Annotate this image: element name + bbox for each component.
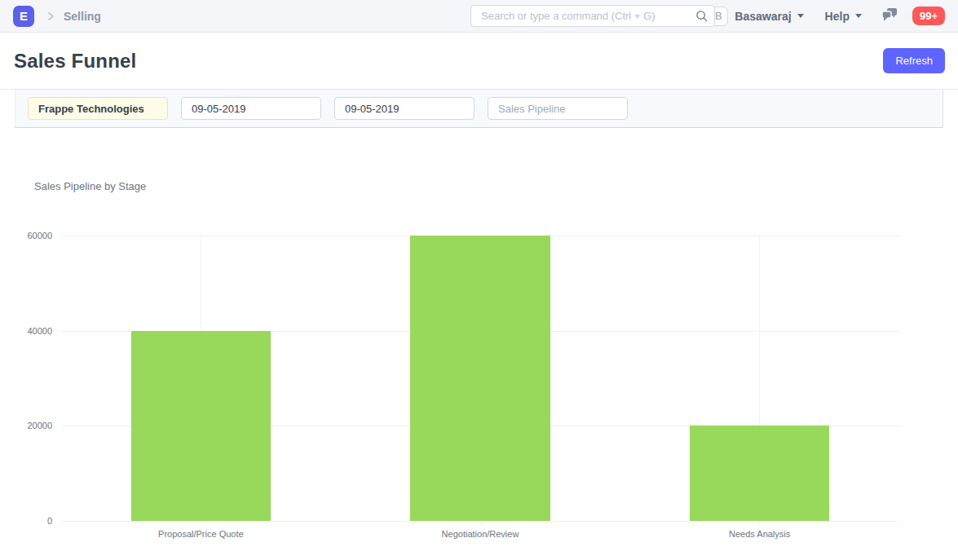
from-date-input[interactable] [181,97,321,120]
navbar: E Selling B Basawaraj Help [0,0,958,33]
bar[interactable] [690,426,829,521]
navbar-right: B Basawaraj Help 99+ [709,7,945,26]
y-axis-tick-label: 60000 [0,231,52,240]
company-filter-input[interactable] [28,97,168,120]
bar[interactable] [410,236,550,521]
x-axis-category-label: Proposal/Price Quote [61,529,341,539]
bar[interactable] [131,331,271,521]
app-logo[interactable]: E [13,6,34,27]
search-input[interactable] [470,5,715,27]
x-axis-category-label: Negotiation/Review [341,529,620,539]
filter-bar [15,90,943,128]
help-menu-label: Help [825,10,850,23]
chart-select-input[interactable] [488,97,628,120]
app-logo-letter: E [20,9,28,23]
breadcrumb-selling[interactable]: Selling [64,10,101,23]
chart-plot: 6000040000200000Proposal/Price QuoteNego… [61,236,899,521]
sales-funnel-chart: Sales Pipeline by Stage 6000040000200000… [0,128,958,521]
caret-down-icon [797,14,804,18]
avatar-letter: B [715,10,722,22]
y-axis-tick-label: 20000 [0,421,52,430]
notifications-badge[interactable]: 99+ [912,7,945,25]
search-icon[interactable] [695,10,708,25]
global-search [470,5,715,27]
to-date-input[interactable] [334,97,475,120]
refresh-button[interactable]: Refresh [883,48,945,73]
chat-button[interactable] [881,7,898,25]
user-menu-label: Basawaraj [735,10,791,23]
y-axis-tick-label: 0 [0,516,52,526]
page-title: Sales Funnel [14,50,136,73]
caret-down-icon [855,14,862,18]
page-head: Sales Funnel Refresh [0,33,958,90]
user-menu[interactable]: Basawaraj [735,10,803,23]
chart-title: Sales Pipeline by Stage [34,180,958,192]
x-axis-category-label: Needs Analysis [620,529,899,539]
y-axis-tick-label: 40000 [0,326,52,336]
chevron-right-icon [46,11,55,21]
help-menu[interactable]: Help [825,10,862,23]
chat-icon [881,7,898,25]
